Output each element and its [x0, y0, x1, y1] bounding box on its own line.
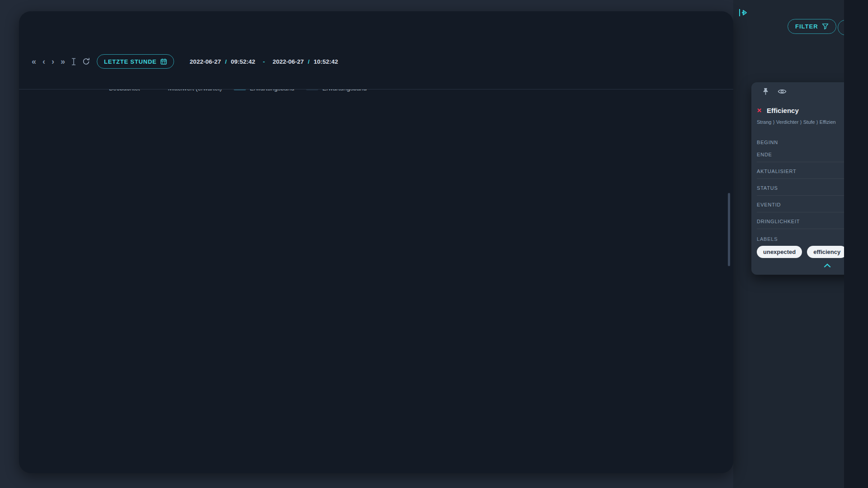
right-edge-strip — [844, 0, 868, 488]
legend-swatch — [306, 89, 318, 90]
start-date: 2022-06-27 — [190, 58, 221, 65]
time-toolbar: «‹›» LETZTE STUNDE 2022-06-27 / 09:52:42… — [32, 53, 338, 70]
legend-item[interactable]: Mittelwert (erwartet) — [151, 89, 222, 92]
label-chip[interactable]: efficiency — [807, 246, 847, 258]
cursor-ibeam-icon[interactable] — [71, 58, 76, 66]
nav-arrow-icon-2[interactable]: › — [52, 57, 54, 66]
date-slash: / — [225, 58, 227, 65]
range-dash: - — [263, 58, 265, 65]
date-range[interactable]: 2022-06-27 / 09:52:42 - 2022-06-27 / 10:… — [190, 58, 338, 65]
nav-arrow-icon-1[interactable]: ‹ — [42, 57, 45, 66]
field-divider — [757, 178, 849, 179]
pin-icon[interactable] — [762, 88, 769, 95]
vertical-scrollbar[interactable] — [728, 193, 730, 266]
legend-top-clipped: BeobachtetMittelwert (erwartet)Erwartung… — [93, 89, 367, 94]
event-title: Efficiency — [767, 107, 799, 114]
event-details-panel: ✕ Efficiency Strang ⟩ Verdichter ⟩ Stufe… — [751, 82, 860, 275]
nav-arrow-icon-0[interactable]: « — [32, 57, 36, 66]
close-icon[interactable]: ✕ — [757, 107, 762, 114]
field-divider — [757, 212, 849, 212]
funnel-icon — [822, 23, 829, 30]
eye-icon[interactable] — [778, 89, 787, 94]
filter-label: FILTER — [795, 23, 818, 30]
nav-arrow-icon-3[interactable]: » — [61, 57, 65, 66]
calendar-icon — [160, 58, 167, 65]
legend-item[interactable]: Erwartungsband — [306, 89, 367, 92]
time-range-button[interactable]: LETZTE STUNDE — [97, 54, 174, 69]
auto-refresh-icon[interactable] — [82, 57, 91, 66]
field-divider — [757, 162, 849, 162]
chevron-up-icon[interactable] — [824, 261, 831, 269]
end-time: 10:52:42 — [314, 58, 338, 65]
end-date: 2022-06-27 — [273, 58, 304, 65]
start-time: 09:52:42 — [231, 58, 255, 65]
label-chip[interactable]: unexpected — [757, 246, 802, 258]
legend-label: Erwartungsband — [250, 89, 294, 92]
legend-swatch — [234, 89, 246, 90]
filter-button[interactable]: FILTER — [788, 19, 836, 34]
date-slash: / — [308, 58, 310, 65]
main-panel — [19, 11, 733, 473]
legend-item[interactable]: Erwartungsband — [234, 89, 294, 92]
toolbar-nav: «‹›» — [32, 57, 65, 66]
field-divider — [757, 229, 849, 229]
field-divider — [757, 195, 849, 196]
legend-label: Beobachtet — [109, 89, 140, 92]
expand-panel-icon[interactable] — [738, 7, 749, 20]
time-range-label: LETZTE STUNDE — [104, 58, 157, 65]
legend-label: Erwartungsband — [322, 89, 367, 92]
legend-item[interactable]: Beobachtet — [93, 89, 140, 92]
legend-label: Mittelwert (erwartet) — [168, 89, 222, 92]
